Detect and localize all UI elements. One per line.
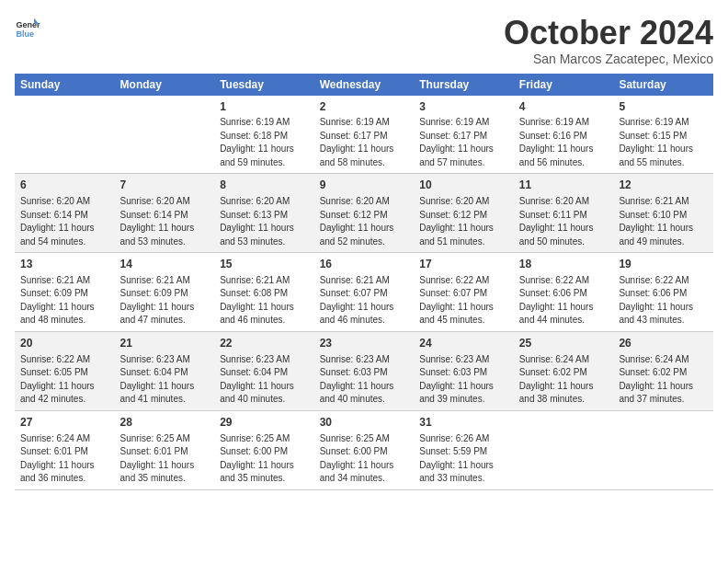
calendar-cell: 8Sunrise: 6:20 AMSunset: 6:13 PMDaylight… bbox=[214, 174, 314, 253]
day-number: 5 bbox=[619, 99, 708, 115]
day-info: Sunrise: 6:21 AMSunset: 6:09 PMDaylight:… bbox=[120, 274, 210, 327]
day-number: 29 bbox=[220, 415, 309, 431]
day-number: 26 bbox=[619, 336, 708, 351]
calendar-cell: 15Sunrise: 6:21 AMSunset: 6:08 PMDayligh… bbox=[214, 253, 314, 332]
calendar-cell: 9Sunrise: 6:20 AMSunset: 6:12 PMDaylight… bbox=[314, 174, 415, 253]
calendar-cell: 30Sunrise: 6:25 AMSunset: 6:00 PMDayligh… bbox=[314, 410, 415, 489]
day-number: 1 bbox=[220, 99, 309, 115]
calendar-cell: 25Sunrise: 6:24 AMSunset: 6:02 PMDayligh… bbox=[514, 331, 614, 410]
calendar-cell: 7Sunrise: 6:20 AMSunset: 6:14 PMDaylight… bbox=[115, 174, 215, 253]
day-number: 28 bbox=[120, 415, 210, 431]
day-info: Sunrise: 6:20 AMSunset: 6:14 PMDaylight:… bbox=[120, 195, 210, 248]
day-info: Sunrise: 6:19 AMSunset: 6:17 PMDaylight:… bbox=[320, 116, 409, 169]
day-info: Sunrise: 6:26 AMSunset: 5:59 PMDaylight:… bbox=[419, 432, 508, 486]
calendar-table: SundayMondayTuesdayWednesdayThursdayFrid… bbox=[15, 74, 713, 490]
day-number: 16 bbox=[320, 257, 409, 272]
calendar-cell bbox=[115, 96, 215, 174]
calendar-week-row: 1Sunrise: 6:19 AMSunset: 6:18 PMDaylight… bbox=[15, 96, 713, 174]
day-info: Sunrise: 6:23 AMSunset: 6:03 PMDaylight:… bbox=[419, 353, 508, 407]
day-info: Sunrise: 6:23 AMSunset: 6:03 PMDaylight:… bbox=[320, 353, 409, 407]
day-number: 15 bbox=[220, 257, 309, 272]
calendar-cell: 23Sunrise: 6:23 AMSunset: 6:03 PMDayligh… bbox=[314, 331, 415, 410]
day-number: 11 bbox=[519, 178, 609, 193]
calendar-cell: 6Sunrise: 6:20 AMSunset: 6:14 PMDaylight… bbox=[15, 174, 115, 253]
calendar-cell: 27Sunrise: 6:24 AMSunset: 6:01 PMDayligh… bbox=[15, 410, 115, 489]
weekday-header-cell: Tuesday bbox=[214, 74, 314, 96]
day-number: 7 bbox=[120, 178, 210, 193]
calendar-cell: 2Sunrise: 6:19 AMSunset: 6:17 PMDaylight… bbox=[314, 96, 415, 174]
day-number: 6 bbox=[20, 178, 109, 193]
calendar-cell bbox=[15, 96, 115, 174]
day-info: Sunrise: 6:19 AMSunset: 6:15 PMDaylight:… bbox=[619, 116, 708, 169]
day-info: Sunrise: 6:23 AMSunset: 6:04 PMDaylight:… bbox=[220, 353, 309, 407]
location: San Marcos Zacatepec, Mexico bbox=[504, 52, 713, 66]
calendar-cell: 10Sunrise: 6:20 AMSunset: 6:12 PMDayligh… bbox=[414, 174, 514, 253]
day-number: 14 bbox=[120, 257, 210, 272]
day-number: 3 bbox=[419, 99, 508, 115]
day-number: 8 bbox=[220, 178, 309, 193]
day-info: Sunrise: 6:21 AMSunset: 6:08 PMDaylight:… bbox=[220, 274, 309, 327]
day-info: Sunrise: 6:19 AMSunset: 6:18 PMDaylight:… bbox=[220, 116, 309, 169]
calendar-cell: 26Sunrise: 6:24 AMSunset: 6:02 PMDayligh… bbox=[613, 331, 713, 410]
day-number: 25 bbox=[519, 336, 609, 351]
calendar-cell: 5Sunrise: 6:19 AMSunset: 6:15 PMDaylight… bbox=[613, 96, 713, 174]
day-number: 18 bbox=[519, 257, 609, 272]
calendar-cell: 13Sunrise: 6:21 AMSunset: 6:09 PMDayligh… bbox=[15, 253, 115, 332]
calendar-cell: 22Sunrise: 6:23 AMSunset: 6:04 PMDayligh… bbox=[214, 331, 314, 410]
calendar-cell: 4Sunrise: 6:19 AMSunset: 6:16 PMDaylight… bbox=[514, 96, 614, 174]
day-number: 31 bbox=[419, 415, 508, 431]
day-info: Sunrise: 6:19 AMSunset: 6:16 PMDaylight:… bbox=[519, 116, 609, 169]
calendar-week-row: 20Sunrise: 6:22 AMSunset: 6:05 PMDayligh… bbox=[15, 331, 713, 410]
day-info: Sunrise: 6:20 AMSunset: 6:11 PMDaylight:… bbox=[519, 195, 609, 248]
day-info: Sunrise: 6:22 AMSunset: 6:05 PMDaylight:… bbox=[20, 353, 109, 407]
calendar-cell bbox=[613, 410, 713, 489]
calendar-cell: 17Sunrise: 6:22 AMSunset: 6:07 PMDayligh… bbox=[414, 253, 514, 332]
weekday-header-cell: Sunday bbox=[15, 74, 115, 96]
calendar-week-row: 27Sunrise: 6:24 AMSunset: 6:01 PMDayligh… bbox=[15, 410, 713, 489]
weekday-header-cell: Monday bbox=[115, 74, 215, 96]
page-header: General Blue October 2024 San Marcos Zac… bbox=[15, 15, 713, 66]
weekday-header-cell: Wednesday bbox=[314, 74, 415, 96]
day-info: Sunrise: 6:22 AMSunset: 6:07 PMDaylight:… bbox=[419, 274, 508, 327]
day-info: Sunrise: 6:24 AMSunset: 6:01 PMDaylight:… bbox=[20, 432, 109, 486]
day-number: 30 bbox=[320, 415, 409, 431]
day-number: 22 bbox=[220, 336, 309, 351]
day-number: 20 bbox=[20, 336, 109, 351]
day-info: Sunrise: 6:22 AMSunset: 6:06 PMDaylight:… bbox=[519, 274, 609, 327]
calendar-week-row: 13Sunrise: 6:21 AMSunset: 6:09 PMDayligh… bbox=[15, 253, 713, 332]
day-number: 24 bbox=[419, 336, 508, 351]
weekday-header-cell: Thursday bbox=[414, 74, 514, 96]
day-info: Sunrise: 6:21 AMSunset: 6:07 PMDaylight:… bbox=[320, 274, 409, 327]
calendar-cell: 31Sunrise: 6:26 AMSunset: 5:59 PMDayligh… bbox=[414, 410, 514, 489]
calendar-cell: 14Sunrise: 6:21 AMSunset: 6:09 PMDayligh… bbox=[115, 253, 215, 332]
day-info: Sunrise: 6:20 AMSunset: 6:12 PMDaylight:… bbox=[419, 195, 508, 248]
day-number: 13 bbox=[20, 257, 109, 272]
month-title: October 2024 bbox=[504, 15, 713, 52]
calendar-cell: 20Sunrise: 6:22 AMSunset: 6:05 PMDayligh… bbox=[15, 331, 115, 410]
day-number: 21 bbox=[120, 336, 210, 351]
weekday-header-cell: Friday bbox=[514, 74, 614, 96]
day-number: 17 bbox=[419, 257, 508, 272]
day-info: Sunrise: 6:22 AMSunset: 6:06 PMDaylight:… bbox=[619, 274, 708, 327]
day-info: Sunrise: 6:24 AMSunset: 6:02 PMDaylight:… bbox=[519, 353, 609, 407]
calendar-cell: 29Sunrise: 6:25 AMSunset: 6:00 PMDayligh… bbox=[214, 410, 314, 489]
calendar-cell: 1Sunrise: 6:19 AMSunset: 6:18 PMDaylight… bbox=[214, 96, 314, 174]
calendar-cell: 24Sunrise: 6:23 AMSunset: 6:03 PMDayligh… bbox=[414, 331, 514, 410]
calendar-cell bbox=[514, 410, 614, 489]
day-number: 12 bbox=[619, 178, 708, 193]
day-info: Sunrise: 6:25 AMSunset: 6:00 PMDaylight:… bbox=[320, 432, 409, 486]
day-number: 27 bbox=[20, 415, 109, 431]
title-block: October 2024 San Marcos Zacatepec, Mexic… bbox=[504, 15, 713, 66]
calendar-week-row: 6Sunrise: 6:20 AMSunset: 6:14 PMDaylight… bbox=[15, 174, 713, 253]
day-info: Sunrise: 6:23 AMSunset: 6:04 PMDaylight:… bbox=[120, 353, 210, 407]
calendar-cell: 28Sunrise: 6:25 AMSunset: 6:01 PMDayligh… bbox=[115, 410, 215, 489]
day-info: Sunrise: 6:21 AMSunset: 6:09 PMDaylight:… bbox=[20, 274, 109, 327]
day-info: Sunrise: 6:25 AMSunset: 6:00 PMDaylight:… bbox=[220, 432, 309, 486]
calendar-cell: 3Sunrise: 6:19 AMSunset: 6:17 PMDaylight… bbox=[414, 96, 514, 174]
weekday-header-row: SundayMondayTuesdayWednesdayThursdayFrid… bbox=[15, 74, 713, 96]
calendar-cell: 21Sunrise: 6:23 AMSunset: 6:04 PMDayligh… bbox=[115, 331, 215, 410]
day-number: 10 bbox=[419, 178, 508, 193]
day-number: 4 bbox=[519, 99, 609, 115]
calendar-cell: 18Sunrise: 6:22 AMSunset: 6:06 PMDayligh… bbox=[514, 253, 614, 332]
day-number: 9 bbox=[320, 178, 409, 193]
